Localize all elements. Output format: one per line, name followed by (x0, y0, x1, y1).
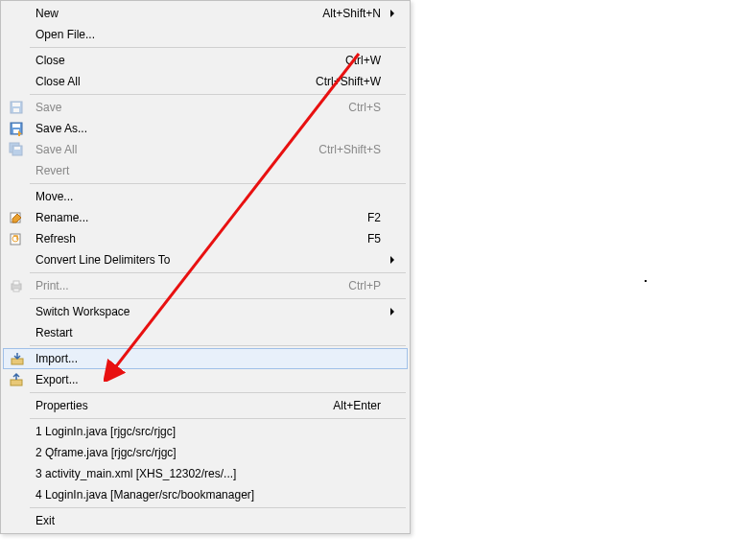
file-menu: NewAlt+Shift+NOpen File...CloseCtrl+WClo… (0, 0, 411, 534)
menu-item-1-loginin-java-rjgc-src-rjgc[interactable]: 1 LoginIn.java [rjgc/src/rjgc] (3, 421, 408, 442)
submenu-indicator (385, 308, 400, 315)
menu-item-label: Close (30, 54, 345, 67)
menu-item-label: Save (30, 101, 348, 114)
menu-item-label: Save As... (30, 122, 381, 135)
menu-item-label: Convert Line Delimiters To (30, 253, 381, 267)
export-icon (3, 369, 30, 390)
menu-item-shortcut: Ctrl+Shift+S (318, 143, 385, 156)
menu-item-switch-workspace[interactable]: Switch Workspace (3, 301, 408, 322)
menu-item-move[interactable]: Move... (3, 186, 408, 207)
menu-item-label: 3 activity_main.xml [XHS_12302/res/...] (30, 467, 381, 480)
menu-item-refresh[interactable]: RefreshF5 (3, 228, 408, 249)
menu-item-label: Open File... (30, 28, 381, 41)
menu-item-2-qframe-java-rjgc-src-rjgc[interactable]: 2 Qframe.java [rjgc/src/rjgc] (3, 442, 408, 463)
icon-placeholder (3, 160, 30, 181)
menu-separator (30, 94, 406, 95)
menu-item-shortcut: Alt+Shift+N (322, 7, 385, 20)
icon-placeholder (3, 3, 30, 24)
menu-separator (30, 507, 406, 508)
menu-item-save-as[interactable]: Save As... (3, 118, 408, 139)
icon-placeholder (3, 421, 30, 442)
menu-item-shortcut: F5 (367, 232, 385, 245)
menu-item-revert[interactable]: Revert (3, 160, 408, 181)
menu-separator (30, 183, 406, 184)
menu-item-4-loginin-java-manager-src-bookmanager[interactable]: 4 LoginIn.java [Manager/src/bookmanager] (3, 484, 408, 505)
menu-item-label: Exit (30, 514, 381, 527)
svg-rect-16 (11, 380, 22, 385)
icon-placeholder (3, 395, 30, 416)
icon-placeholder (3, 301, 30, 322)
menu-item-properties[interactable]: PropertiesAlt+Enter (3, 395, 408, 416)
menu-item-convert-line-delimiters-to[interactable]: Convert Line Delimiters To (3, 249, 408, 270)
menu-item-shortcut: Ctrl+P (348, 279, 385, 292)
print-icon (3, 275, 30, 296)
menu-item-label: Import... (30, 352, 381, 365)
menu-separator (30, 392, 406, 393)
menu-item-close[interactable]: CloseCtrl+W (3, 50, 408, 71)
icon-placeholder (3, 322, 30, 343)
icon-placeholder (3, 510, 30, 531)
menu-item-label: 4 LoginIn.java [Manager/src/bookmanager] (30, 488, 381, 502)
chevron-right-icon (390, 256, 394, 264)
menu-separator (30, 418, 406, 419)
menu-item-shortcut: Ctrl+S (348, 101, 385, 114)
menu-item-3-activity-main-xml-xhs-12302-res[interactable]: 3 activity_main.xml [XHS_12302/res/...] (3, 463, 408, 484)
svg-rect-1 (12, 103, 20, 106)
menu-item-close-all[interactable]: Close AllCtrl+Shift+W (3, 71, 408, 92)
icon-placeholder (3, 442, 30, 463)
icon-placeholder (3, 24, 30, 45)
svg-rect-13 (13, 281, 19, 285)
icon-placeholder (3, 484, 30, 505)
menu-item-open-file[interactable]: Open File... (3, 24, 408, 45)
chevron-right-icon (390, 308, 394, 315)
menu-separator (30, 272, 406, 273)
menu-item-save-all[interactable]: Save AllCtrl+Shift+S (3, 139, 408, 160)
menu-item-shortcut: F2 (367, 211, 385, 224)
menu-separator (30, 47, 406, 48)
menu-separator (30, 298, 406, 299)
menu-item-print[interactable]: Print...Ctrl+P (3, 275, 408, 296)
menu-item-save[interactable]: SaveCtrl+S (3, 97, 408, 118)
rename-icon (3, 207, 30, 228)
menu-item-restart[interactable]: Restart (3, 322, 408, 343)
menu-item-label: Export... (30, 373, 381, 386)
menu-item-exit[interactable]: Exit (3, 510, 408, 531)
svg-rect-8 (14, 147, 20, 150)
menu-item-label: Print... (30, 279, 348, 292)
menu-item-label: 1 LoginIn.java [rjgc/src/rjgc] (30, 425, 381, 438)
menu-item-import[interactable]: Import... (3, 348, 408, 369)
icon-placeholder (3, 50, 30, 71)
svg-rect-4 (12, 124, 20, 128)
menu-item-label: Restart (30, 326, 381, 339)
menu-item-label: Save All (30, 143, 318, 156)
menu-item-label: Revert (30, 164, 381, 177)
menu-item-label: 2 Qframe.java [rjgc/src/rjgc] (30, 446, 381, 459)
menu-item-label: Refresh (30, 232, 367, 245)
menu-item-label: Rename... (30, 211, 367, 224)
menu-item-label: Properties (30, 399, 333, 412)
menu-item-label: New (30, 7, 322, 20)
icon-placeholder (3, 186, 30, 207)
svg-rect-2 (13, 108, 19, 112)
saveas-icon (3, 118, 30, 139)
submenu-indicator (385, 256, 400, 264)
icon-placeholder (3, 463, 30, 484)
icon-placeholder (3, 71, 30, 92)
chevron-right-icon (390, 10, 394, 17)
import-icon (4, 349, 30, 368)
save-icon (3, 97, 30, 118)
stray-dot (645, 280, 647, 282)
menu-separator (30, 345, 406, 346)
menu-item-rename[interactable]: Rename...F2 (3, 207, 408, 228)
submenu-indicator (385, 10, 400, 17)
menu-item-shortcut: Alt+Enter (333, 399, 385, 412)
menu-item-shortcut: Ctrl+W (345, 54, 385, 67)
menu-item-label: Move... (30, 190, 381, 203)
menu-item-label: Close All (30, 75, 316, 88)
refresh-icon (3, 228, 30, 249)
menu-item-shortcut: Ctrl+Shift+W (316, 75, 385, 88)
menu-item-export[interactable]: Export... (3, 369, 408, 390)
saveall-icon (3, 139, 30, 160)
icon-placeholder (3, 249, 30, 270)
menu-item-new[interactable]: NewAlt+Shift+N (3, 3, 408, 24)
